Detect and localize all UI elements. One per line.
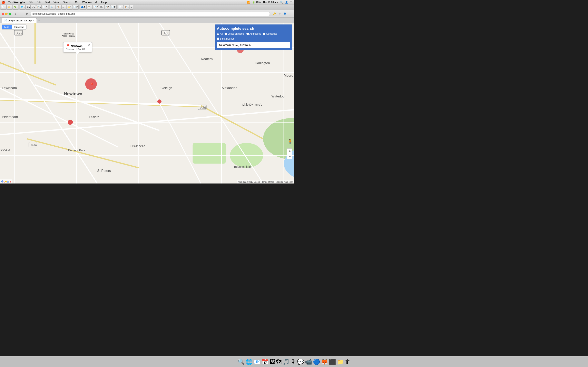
maximize-button[interactable] <box>9 13 11 15</box>
toolbar-btn-9[interactable]: ↩ r <box>61 5 66 9</box>
map-type-satellite[interactable]: Satellite <box>12 25 26 29</box>
svg-text:Darlington: Darlington <box>255 61 270 65</box>
menubar-window[interactable]: Window <box>81 0 93 4</box>
more-menu-icon[interactable]: ⋮ <box>288 12 292 16</box>
toolbar-btn-13[interactable]: 📋 \ <box>87 5 93 9</box>
toolbar-btn-12[interactable]: 🔵 P <box>80 5 86 9</box>
apple-menu[interactable]: 🍎 <box>2 1 5 4</box>
user-icon[interactable]: 👤 <box>285 1 288 4</box>
address-bar[interactable]: localhost:8888/google_places_poc.php <box>30 12 270 16</box>
autocomplete-input[interactable] <box>217 42 290 48</box>
toolbar-btn-17[interactable]: 📄 F <box>110 5 117 9</box>
menubar-right: 📶 🔋 46% Thu 10:26 am 🔍 👤 ☰ <box>247 1 292 4</box>
minimize-button[interactable] <box>5 13 8 15</box>
toolbar-btn-10[interactable]: 📁 \ <box>67 5 72 9</box>
menubar-edit[interactable]: Edit <box>35 0 43 4</box>
toolbar-btn-16[interactable]: 📋 \ <box>104 5 110 9</box>
menubar-textwrangler[interactable]: TextWrangler <box>7 0 27 4</box>
menubar-file[interactable]: File <box>27 0 35 4</box>
svg-text:A36: A36 <box>200 106 206 109</box>
svg-rect-3 <box>192 143 226 164</box>
svg-text:Enmore Park: Enmore Park <box>68 149 85 152</box>
svg-text:Marrickville: Marrickville <box>0 148 10 152</box>
toolbar-sep-1 <box>19 6 19 9</box>
radio-all[interactable] <box>217 33 219 35</box>
menubar-text[interactable]: Text <box>43 0 52 4</box>
toolbar-btn-11[interactable]: 📄 F <box>72 5 79 9</box>
svg-text:Petersham: Petersham <box>2 115 18 119</box>
forward-button[interactable]: › <box>19 12 23 16</box>
map-type-map[interactable]: Map <box>2 25 12 29</box>
close-button[interactable] <box>2 13 4 15</box>
toolbar: 📄 r 📂 r ✅ r 🌐 \ ☑ \ ↺ r 📋 \ 📄 F 🔍 r 📋 \ … <box>0 4 294 10</box>
menubar-go[interactable]: Go <box>73 0 80 4</box>
option-geocodes[interactable]: Geocodes <box>263 33 277 35</box>
option-establishments[interactable]: Establishments <box>225 33 244 35</box>
toolbar-btn-4[interactable]: ↺ r <box>31 5 36 9</box>
toolbar-btn-2[interactable]: 🌐 \ <box>20 5 26 9</box>
info-popup-subtitle: Newtown NSW AU <box>66 48 89 50</box>
info-popup: ✕ 📍 Newtown Newtown NSW AU <box>63 42 92 52</box>
option-addresses[interactable]: Addresses <box>246 33 261 35</box>
radio-establishments[interactable] <box>225 33 227 35</box>
menubar-search[interactable]: Search <box>61 0 73 4</box>
new-tab-button[interactable]: + <box>37 18 42 23</box>
main-layout: Ashfield Summer Hill Hurlstone Park Dulw… <box>0 23 294 184</box>
autocomplete-title: Autocomplete search <box>217 26 290 31</box>
svg-text:Alexandria: Alexandria <box>222 86 238 90</box>
svg-text:Erskineville: Erskineville <box>130 144 145 148</box>
toolbar-sep-2 <box>49 6 49 9</box>
toolbar-btn-8[interactable]: 📋 \ <box>56 5 61 9</box>
menubar: 🍎 TextWrangler File Edit Text View Searc… <box>0 0 294 4</box>
toolbar-btn-close[interactable]: ✕ <box>130 5 133 9</box>
zoom-in-button[interactable]: + <box>287 149 292 154</box>
menubar-view[interactable]: View <box>52 0 61 4</box>
option-all[interactable]: All <box>217 33 223 35</box>
report-link[interactable]: Report a map error <box>276 181 293 183</box>
toolbar-new[interactable]: 📄 r <box>1 5 7 9</box>
toolbar-save[interactable]: ✅ r <box>13 5 18 9</box>
menubar-help[interactable]: Help <box>100 0 108 4</box>
radio-strict-bounds[interactable] <box>217 38 219 40</box>
battery-icon: 🔋 46% <box>252 1 261 4</box>
toolbar-open[interactable]: 📂 r <box>7 5 12 9</box>
toolbar-btn-18[interactable]: 📄 r <box>118 5 124 9</box>
menu-icon[interactable]: ☰ <box>290 1 292 4</box>
street-view-person[interactable]: 🧍 <box>287 139 292 147</box>
svg-text:St Peters: St Peters <box>97 169 111 173</box>
tab-close-btn[interactable]: ✕ <box>33 19 34 22</box>
option-strict-bounds[interactable]: Strict Bounds <box>217 37 234 40</box>
zoom-out-button[interactable]: − <box>287 154 292 159</box>
svg-text:A22: A22 <box>16 31 22 35</box>
bookmark-icon[interactable]: ☆ <box>277 12 282 16</box>
map-area[interactable]: Ashfield Summer Hill Hurlstone Park Dulw… <box>0 23 294 184</box>
tabs-bar: 📄 google_places_poc.php ✕ + <box>0 17 294 23</box>
svg-text:Newtown: Newtown <box>64 92 82 96</box>
map-type-controls: Map Satellite <box>2 25 26 30</box>
toolbar-btn-3[interactable]: ☑ \ <box>26 5 31 9</box>
toolbar-btn-14[interactable]: 📄 F <box>93 5 99 9</box>
search-icon[interactable]: 🔍 <box>280 1 283 4</box>
radio-addresses[interactable] <box>246 33 249 35</box>
terms-link[interactable]: Terms of Use <box>262 181 274 183</box>
svg-text:Beaconsfield: Beaconsfield <box>234 165 251 168</box>
toolbar-btn-19[interactable]: 📋 \ <box>124 5 130 9</box>
svg-point-64 <box>157 100 162 104</box>
toolbar-btn-5[interactable]: 📋 \ <box>36 5 42 9</box>
radio-geocodes[interactable] <box>263 33 265 35</box>
key-icon[interactable]: 🔑 <box>272 12 277 16</box>
menubar-hash[interactable]: #! <box>94 0 99 4</box>
rpa-hospital-label: Royal Prince Alfred Hospital <box>60 33 77 37</box>
user-avatar[interactable]: 👤 <box>283 12 287 16</box>
toolbar-btn-7[interactable]: 🔍 r <box>50 5 55 9</box>
svg-text:Redfern: Redfern <box>201 57 213 61</box>
toolbar-sep-4 <box>117 6 117 9</box>
tab-google-places[interactable]: 📄 google_places_poc.php ✕ <box>2 18 37 23</box>
toolbar-btn-15[interactable]: ☑ r <box>99 5 104 9</box>
info-popup-close[interactable]: ✕ <box>88 43 90 47</box>
reload-button[interactable]: ↻ <box>25 12 29 16</box>
back-button[interactable]: ‹ <box>13 12 17 16</box>
tab-favicon: 📄 <box>4 19 7 22</box>
toolbar-btn-6[interactable]: 📄 F <box>42 5 48 9</box>
svg-text:A34: A34 <box>31 143 37 147</box>
